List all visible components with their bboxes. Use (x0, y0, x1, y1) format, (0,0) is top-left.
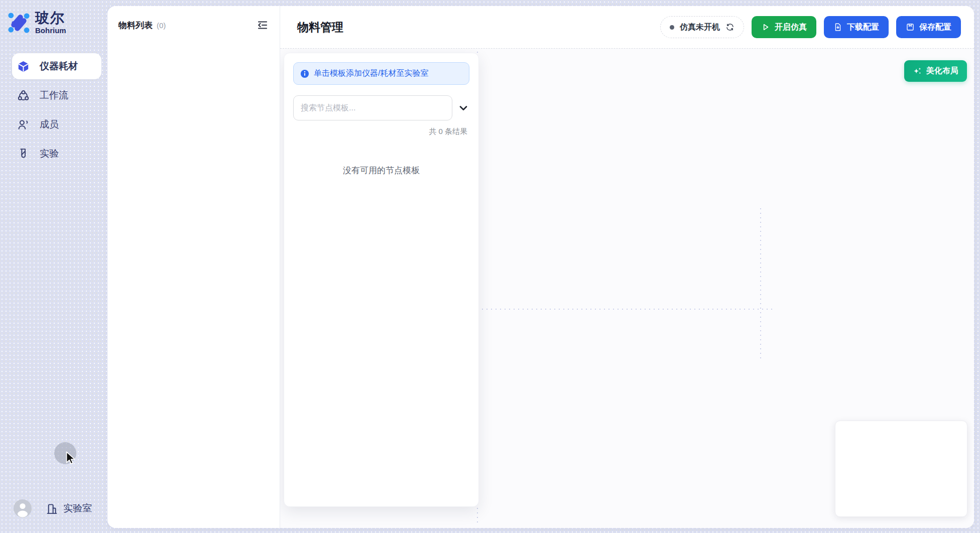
building-icon (46, 502, 58, 515)
app-subtitle: Bohrium (35, 27, 66, 35)
flow-canvas[interactable]: 单击模板添加仪器/耗材至实验室 共 0 条结果 没有可用的节点模板 (280, 49, 974, 528)
app-name: 玻尔 (35, 11, 66, 25)
refresh-icon[interactable] (725, 23, 734, 32)
main-section: 物料管理 仿真未开机 开启仿真 (280, 6, 974, 528)
result-count: 共 0 条结果 (293, 127, 469, 137)
search-input[interactable] (293, 95, 452, 120)
page-title: 物料管理 (297, 20, 343, 35)
cube-icon (17, 60, 30, 73)
beautify-layout-button[interactable]: 美化布局 (904, 60, 967, 82)
status-dot-icon (670, 25, 674, 30)
sidebar-footer: 实验室 (0, 499, 107, 518)
person-silhouette-icon (14, 499, 32, 517)
save-config-button[interactable]: 保存配置 (896, 16, 961, 38)
bohrium-logo-icon (7, 11, 31, 35)
materials-title: 物料列表 (118, 20, 153, 31)
user-avatar[interactable] (14, 499, 32, 517)
content-card: 物料列表 (0) 物料管理 仿真未开机 (107, 6, 974, 528)
play-icon (761, 23, 770, 32)
chevron-down-icon[interactable] (457, 102, 469, 114)
node-template-panel: 单击模板添加仪器/耗材至实验室 共 0 条结果 没有可用的节点模板 (284, 53, 479, 507)
info-banner: 单击模板添加仪器/耗材至实验室 (293, 62, 469, 85)
download-file-icon (833, 23, 842, 32)
minimap[interactable] (835, 421, 967, 517)
simulation-status-label: 仿真未开机 (680, 22, 720, 33)
sidebar-item-label: 仪器耗材 (40, 60, 78, 73)
app-logo: 玻尔 Bohrium (0, 7, 107, 38)
empty-state-text: 没有可用的节点模板 (293, 165, 469, 176)
download-config-button[interactable]: 下载配置 (824, 16, 889, 38)
info-icon (300, 69, 309, 78)
save-icon (906, 23, 915, 32)
workflow-icon (17, 89, 30, 102)
test-tube-icon (17, 148, 30, 160)
sidebar-item-workflow[interactable]: 工作流 (12, 82, 101, 108)
canvas-guide-line (760, 208, 761, 361)
sidebar-item-label: 实验 (40, 147, 59, 160)
start-simulation-button[interactable]: 开启仿真 (752, 16, 816, 38)
canvas-guide-line (477, 309, 775, 310)
materials-count: (0) (157, 21, 257, 30)
sidebar-item-label: 成员 (40, 118, 59, 131)
lab-label: 实验室 (63, 502, 92, 515)
info-banner-text: 单击模板添加仪器/耗材至实验室 (314, 68, 428, 79)
sidebar-menu: 仪器耗材 工作流 成员 实验 (0, 53, 107, 167)
sidebar-item-label: 工作流 (40, 89, 68, 102)
sidebar-item-experiments[interactable]: 实验 (12, 141, 101, 167)
simulation-status-pill[interactable]: 仿真未开机 (660, 16, 744, 38)
collapse-panel-icon[interactable] (257, 19, 269, 31)
materials-panel: 物料列表 (0) (107, 6, 280, 528)
header-actions: 仿真未开机 开启仿真 (660, 16, 961, 38)
sidebar-item-instruments[interactable]: 仪器耗材 (12, 53, 101, 79)
sparkles-icon (913, 66, 922, 76)
lab-selector[interactable]: 实验室 (46, 502, 92, 515)
main-header: 物料管理 仿真未开机 开启仿真 (280, 6, 974, 49)
sidebar: 玻尔 Bohrium 仪器耗材 工作流 (0, 0, 107, 533)
members-icon (17, 118, 30, 131)
sidebar-item-members[interactable]: 成员 (12, 111, 101, 138)
